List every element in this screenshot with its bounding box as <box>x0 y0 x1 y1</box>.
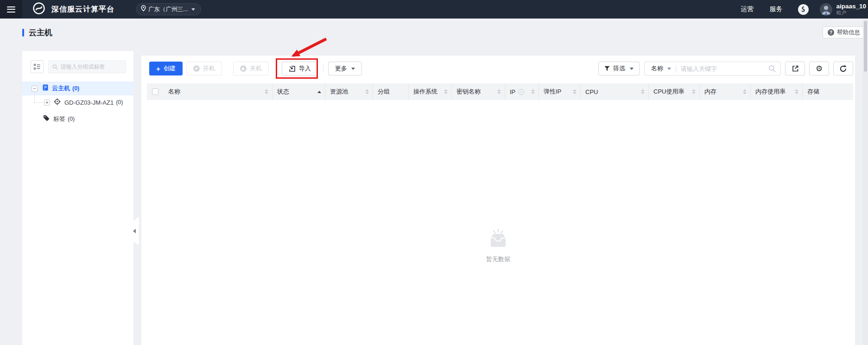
column-label: 存储 <box>807 88 819 96</box>
column-header[interactable]: 密钥名称 <box>452 83 505 100</box>
create-button[interactable]: + 创建 <box>149 62 183 75</box>
help-info-button[interactable]: ? 帮助信息 <box>823 26 865 38</box>
power-on-button[interactable]: 开机 <box>186 62 222 75</box>
column-header[interactable]: 名称 <box>164 83 272 100</box>
scrollbar-thumb[interactable] <box>864 21 867 72</box>
table-header-columns: 名称状态资源池分组操作系统密钥名称IPi弹性IPCPUCPU使用率内存内存使用率… <box>147 83 853 100</box>
divider <box>676 65 676 72</box>
export-button[interactable] <box>785 62 805 75</box>
settings-button[interactable]: ⚙ <box>809 62 829 75</box>
resource-tree: − 云主机 (0) + <box>22 82 133 126</box>
filter-funnel-icon <box>604 66 610 71</box>
chevron-down-icon[interactable] <box>667 68 671 70</box>
expand-expander-icon[interactable]: + <box>44 100 50 106</box>
region-selector[interactable]: 广东（广州三... <box>136 3 201 15</box>
chevron-down-icon <box>191 8 195 11</box>
column-header[interactable]: IPi <box>505 83 539 100</box>
hamburger-menu-button[interactable] <box>0 0 22 19</box>
tree-item-tags[interactable]: 标签 (0) <box>22 112 133 126</box>
import-button-label: 导入 <box>299 64 311 73</box>
create-button-label: 创建 <box>164 64 176 73</box>
empty-text: 暂无数据 <box>486 255 510 263</box>
sort-icon[interactable] <box>365 89 369 94</box>
column-label: 操作系统 <box>413 88 437 96</box>
column-header[interactable]: CPU <box>581 83 649 100</box>
column-header[interactable]: 操作系统 <box>409 83 452 100</box>
tree-list-icon <box>33 63 41 70</box>
user-menu[interactable]: aipaas_10 租户 <box>820 3 866 16</box>
title-accent-bar <box>22 29 24 37</box>
nav-item-services[interactable]: 服务 <box>769 5 782 13</box>
sort-icon[interactable] <box>692 89 696 94</box>
assistant-icon[interactable] <box>798 4 809 15</box>
nav-item-operations[interactable]: 运营 <box>741 5 754 13</box>
search-icon[interactable] <box>768 65 776 72</box>
tree-item-az[interactable]: + GD-GZ03-JM-AZ1 (0) <box>22 95 133 109</box>
sidebar-search[interactable] <box>48 60 126 73</box>
tree-view-toggle-button[interactable] <box>31 60 44 73</box>
tree-item-label: GD-GZ03-JM-AZ1 <box>64 99 114 106</box>
sort-icon[interactable] <box>641 89 645 94</box>
user-role: 租户 <box>836 10 866 16</box>
toolbar-separator <box>323 65 323 72</box>
toolbar-separator <box>276 65 277 72</box>
empty-state: 暂无数据 <box>141 228 855 263</box>
search-icon <box>52 64 57 70</box>
chevron-down-icon <box>351 68 355 70</box>
tree-item-count: (0) <box>116 99 123 106</box>
sort-icon[interactable] <box>265 89 268 94</box>
product-title: 深信服云计算平台 <box>51 5 114 14</box>
column-label: IP <box>510 88 515 95</box>
tag-icon <box>43 115 50 123</box>
host-icon <box>43 84 48 93</box>
column-label: 状态 <box>277 88 289 96</box>
info-icon[interactable]: i <box>518 89 524 95</box>
sort-icon-ascending[interactable] <box>317 91 321 93</box>
column-header[interactable]: 状态 <box>272 83 325 100</box>
gear-icon: ⚙ <box>816 65 823 73</box>
tree-item-cloud-hosts[interactable]: − 云主机 (0) <box>22 82 133 95</box>
search-field-select[interactable]: 名称 <box>651 64 663 73</box>
keyword-search-input[interactable] <box>681 65 768 72</box>
keyword-search: 名称 <box>644 62 781 75</box>
power-off-button[interactable]: 关机 <box>233 62 269 75</box>
column-header[interactable]: 内存 <box>700 83 751 100</box>
tree-item-label: 标签 <box>53 115 65 123</box>
import-button[interactable]: 导入 <box>282 62 318 75</box>
power-off-icon <box>240 65 247 72</box>
brand: 深信服云计算平台 <box>32 2 114 17</box>
collapse-expander-icon[interactable]: − <box>32 86 38 92</box>
chevron-left-icon <box>133 229 136 233</box>
select-all-cell <box>147 83 164 100</box>
sort-icon[interactable] <box>497 89 501 94</box>
column-label: 资源池 <box>330 88 348 96</box>
sort-icon[interactable] <box>795 89 798 94</box>
more-button[interactable]: 更多 <box>328 62 362 75</box>
tree-item-count: (0) <box>68 116 75 122</box>
filter-button[interactable]: 筛选 <box>598 62 640 75</box>
tree-item-count: (0) <box>72 85 79 92</box>
sidebar-search-input[interactable] <box>60 63 122 70</box>
column-header[interactable]: 内存使用率 <box>751 83 803 100</box>
tree-item-label: 云主机 <box>52 84 70 93</box>
power-on-icon <box>193 65 200 72</box>
empty-box-icon <box>486 228 510 249</box>
sort-icon[interactable] <box>573 89 577 94</box>
column-label: 密钥名称 <box>456 88 481 96</box>
power-off-button-label: 关机 <box>250 64 262 73</box>
column-header[interactable]: CPU使用率 <box>649 83 700 100</box>
column-header: 分组 <box>373 83 409 100</box>
page-scrollbar[interactable] <box>863 19 868 345</box>
sort-icon[interactable] <box>444 89 448 94</box>
column-header: 存储 <box>803 83 853 100</box>
plus-icon: + <box>156 65 160 72</box>
question-mark-icon: ? <box>828 29 834 36</box>
more-button-label: 更多 <box>335 64 347 73</box>
select-all-checkbox[interactable] <box>152 88 158 95</box>
column-header[interactable]: 资源池 <box>325 83 373 100</box>
chevron-down-icon <box>630 68 634 70</box>
sort-icon[interactable] <box>531 89 535 94</box>
sort-icon[interactable] <box>743 89 747 94</box>
column-header[interactable]: 弹性IP <box>539 83 581 100</box>
refresh-button[interactable] <box>833 62 853 75</box>
